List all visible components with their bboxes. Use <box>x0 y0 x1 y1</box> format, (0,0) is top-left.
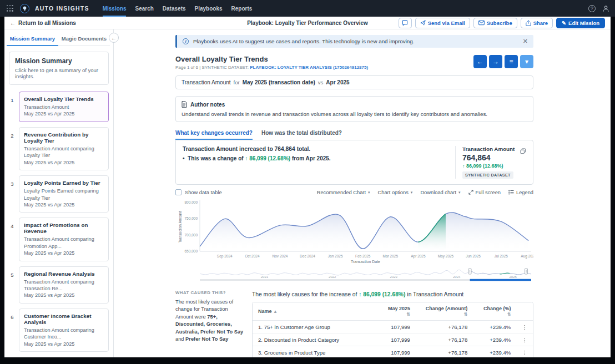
send-via-email-button[interactable]: Send via Email <box>415 18 470 28</box>
insight-headline: Transaction Amount increased to 764,864 … <box>183 146 448 152</box>
back-to-missions-link[interactable]: ← Return to all Missions <box>10 20 76 26</box>
tab-key-changes[interactable]: What key changes occurred? <box>175 130 253 140</box>
insight-card[interactable]: Customer Income Bracket Analysis Transac… <box>19 309 109 352</box>
insight-list-item-4: 4 Impact of Promotions on Revenue Transa… <box>9 218 109 261</box>
insight-card[interactable]: Overall Loyalty Tier Trends Transaction … <box>19 92 109 122</box>
sort-icon: ⇅ <box>507 312 511 317</box>
recommended-chart-dropdown[interactable]: Recommended Chart▾ <box>317 190 370 195</box>
nav-item-search[interactable]: Search <box>135 0 153 17</box>
insight-list-item-1: 1 Overall Loyalty Tier Trends Transactio… <box>9 92 109 122</box>
share-button[interactable]: Share <box>521 18 553 28</box>
tab-magic-documents[interactable]: Magic Documents <box>58 32 110 46</box>
table-header-row: Name ▲ May 2025 ⇅ Change (Amount) ⇅ Chan… <box>253 302 533 321</box>
page-header: ← Return to all Missions Playbook: Loyal… <box>4 17 611 29</box>
copy-icon[interactable] <box>520 146 526 156</box>
insight-card[interactable]: Impact of Promotions on Revenue Transact… <box>19 218 109 261</box>
insight-list-item-3: 3 Loyalty Points Earned by Tier Loyalty … <box>9 175 109 213</box>
ai-notice-banner: i Playbooks uses AI to suggest use cases… <box>175 35 533 48</box>
chart-range-navigator[interactable]: 20212022202320242025 <box>175 266 533 281</box>
tab-mission-summary[interactable]: Mission Summary <box>7 32 58 46</box>
nav-item-playbooks[interactable]: Playbooks <box>195 0 223 17</box>
fullscreen-icon <box>468 190 473 195</box>
table-row[interactable]: 3. Groceries in Product Type107,999 +76,… <box>253 346 533 357</box>
subscribe-button[interactable]: Subscribe <box>473 18 517 28</box>
insight-card[interactable]: Loyalty Points Earned by Tier Loyalty Po… <box>19 175 109 213</box>
svg-text:Aug 2025: Aug 2025 <box>521 254 533 259</box>
insight-summary-box: Transaction Amount increased to 764,864 … <box>175 140 533 185</box>
row-menu-icon[interactable]: ⋮ <box>516 333 533 346</box>
page-menu-button[interactable]: ≡ <box>505 55 518 68</box>
transaction-amount-trend-chart[interactable]: 650,000700,000750,000800,000Transaction … <box>175 198 533 264</box>
legend-icon <box>508 190 514 195</box>
col-name[interactable]: Name ▲ <box>253 302 377 321</box>
brand-name: AUTO INSIGHTS <box>35 5 89 12</box>
measure-filter-bar[interactable]: Transaction Amount for May 2025 (transac… <box>175 75 533 89</box>
insight-card[interactable]: Revenue Contribution by Loyalty Tier Tra… <box>19 127 109 170</box>
show-data-table-checkbox[interactable] <box>175 189 182 195</box>
chart-options-dropdown[interactable]: Chart options▾ <box>378 190 413 195</box>
col-change-pct[interactable]: Change (%) ⇅ <box>473 302 516 321</box>
auto-insights-logo-icon <box>20 4 29 13</box>
top-navbar: AUTO INSIGHTS Missions Search Datasets P… <box>0 0 615 17</box>
mission-sidebar: Mission Summary Magic Documents ← Missio… <box>4 29 114 357</box>
mission-summary-subtitle: Click here to get a summary of your insi… <box>15 67 103 79</box>
svg-text:Nov 2024: Nov 2024 <box>273 254 288 258</box>
svg-text:750,000: 750,000 <box>185 216 198 220</box>
question-tabs: What key changes occurred? How was the t… <box>175 130 533 140</box>
row-menu-icon[interactable]: ⋮ <box>516 321 533 333</box>
svg-text:800,000: 800,000 <box>185 200 198 204</box>
svg-text:Jul 2025: Jul 2025 <box>494 254 508 258</box>
chevron-down-icon: ▾ <box>411 190 413 195</box>
help-icon[interactable]: ? <box>588 5 596 12</box>
what-caused-this-text: The most likely causes of change for Tra… <box>175 299 244 343</box>
page-dropdown-button[interactable]: ▾ <box>520 55 533 68</box>
send-icon <box>420 20 426 26</box>
svg-text:Jan 2025: Jan 2025 <box>328 254 343 258</box>
nav-item-missions[interactable]: Missions <box>103 0 127 17</box>
svg-text:Jun 2025: Jun 2025 <box>466 254 481 258</box>
insight-bullet: • This was a change of ↑ 86,099 (12.68%)… <box>183 155 448 161</box>
legend-button[interactable]: Legend <box>508 190 533 195</box>
mission-summary-card[interactable]: Mission Summary Click here to get a summ… <box>9 52 109 85</box>
col-may-2025[interactable]: May 2025 ⇅ <box>377 302 416 321</box>
insight-card[interactable]: Regional Revenue Analysis Transaction Am… <box>19 266 109 304</box>
dataset-link[interactable]: PLAYBOOK: LOYALTY TIER ANALYSIS (1750264… <box>250 65 368 70</box>
main-content: i Playbooks uses AI to suggest use cases… <box>114 29 611 357</box>
download-chart-dropdown[interactable]: Download chart▾ <box>420 190 460 195</box>
envelope-icon <box>478 20 485 26</box>
pencil-icon: ✎ <box>562 20 566 26</box>
user-icon[interactable] <box>602 5 609 12</box>
nav-item-datasets[interactable]: Datasets <box>163 0 186 17</box>
change-value: ↑ 86,099 (12.68%) <box>245 155 290 161</box>
document-icon <box>182 101 187 108</box>
banner-close-icon[interactable]: ✕ <box>523 38 528 45</box>
col-change-amount[interactable]: Change (Amount) ⇅ <box>416 302 473 321</box>
comments-button[interactable] <box>399 18 412 28</box>
row-menu-icon[interactable]: ⋮ <box>516 346 533 357</box>
insight-page-title: Overall Loyalty Tier Trends <box>175 55 368 63</box>
sidebar-collapse-button[interactable]: ← <box>109 33 119 43</box>
primary-nav: Missions Search Datasets Playbooks Repor… <box>103 0 253 17</box>
metric-change: ↑ 86,099 (12.68%) <box>462 163 526 169</box>
table-row[interactable]: 2. Discounted in Product Category107,999… <box>253 333 533 346</box>
nav-item-reports[interactable]: Reports <box>231 0 253 17</box>
chevron-down-icon: ▾ <box>368 190 370 195</box>
sidebar-tabs: Mission Summary Magic Documents <box>7 32 110 46</box>
table-row[interactable]: 1. 75+ in Customer Age Group107,999 +76,… <box>253 321 533 333</box>
insight-list-item-5: 5 Regional Revenue Analysis Transaction … <box>9 266 109 304</box>
prev-page-button[interactable]: ← <box>473 55 487 68</box>
app-grid-icon[interactable] <box>7 5 13 12</box>
svg-text:Sep 2024: Sep 2024 <box>217 254 233 259</box>
svg-text:Apr 2025: Apr 2025 <box>411 254 426 259</box>
author-notes-text: Understand overall trends in revenue and… <box>182 111 527 117</box>
tab-total-distributed[interactable]: How was the total distributed? <box>261 130 342 140</box>
svg-text:May 2025: May 2025 <box>438 254 454 259</box>
edit-mission-button[interactable]: ✎ Edit Mission <box>556 18 605 28</box>
metric-value: 764,864 <box>462 153 526 162</box>
next-page-button[interactable]: → <box>489 55 502 68</box>
fullscreen-button[interactable]: Full screen <box>468 190 501 195</box>
sort-icon: ⇅ <box>406 312 410 317</box>
causes-table-title: The most likely causes for the increase … <box>252 291 533 297</box>
info-icon: i <box>183 38 189 44</box>
sort-asc-icon: ▲ <box>273 309 278 314</box>
